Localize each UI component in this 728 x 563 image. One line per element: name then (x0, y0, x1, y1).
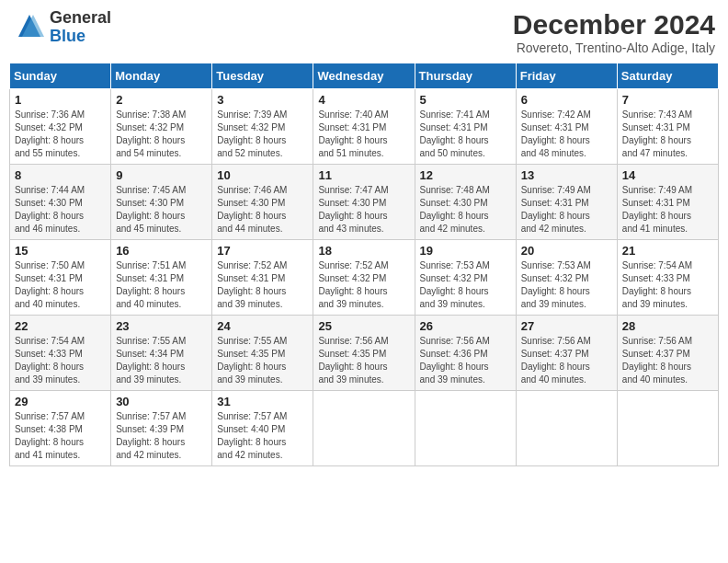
day-number: 23 (116, 319, 207, 333)
day-number: 16 (116, 244, 207, 258)
day-number: 3 (217, 93, 308, 107)
day-cell-3: 3Sunrise: 7:39 AMSunset: 4:32 PMDaylight… (212, 89, 313, 165)
calendar-header: SundayMondayTuesdayWednesdayThursdayFrid… (10, 63, 719, 89)
day-number: 29 (15, 395, 106, 408)
day-cell-11: 11Sunrise: 7:47 AMSunset: 4:30 PMDayligh… (313, 165, 415, 240)
weekday-header-tuesday: Tuesday (212, 63, 313, 89)
day-info: Sunrise: 7:48 AMSunset: 4:30 PMDaylight:… (420, 184, 511, 236)
calendar-week-3: 15Sunrise: 7:50 AMSunset: 4:31 PMDayligh… (10, 240, 719, 316)
day-cell-22: 22Sunrise: 7:54 AMSunset: 4:33 PMDayligh… (10, 316, 111, 391)
day-number: 26 (420, 319, 511, 333)
day-info: Sunrise: 7:53 AMSunset: 4:32 PMDaylight:… (521, 259, 612, 311)
day-number: 28 (622, 319, 713, 333)
page-header: General Blue December 2024 Rovereto, Tre… (9, 9, 719, 55)
day-cell-8: 8Sunrise: 7:44 AMSunset: 4:30 PMDaylight… (10, 165, 111, 240)
calendar-week-4: 22Sunrise: 7:54 AMSunset: 4:33 PMDayligh… (10, 316, 719, 391)
day-info: Sunrise: 7:54 AMSunset: 4:33 PMDaylight:… (622, 259, 713, 311)
day-info: Sunrise: 7:43 AMSunset: 4:31 PMDaylight:… (622, 109, 713, 160)
day-number: 10 (217, 168, 308, 182)
empty-cell (516, 391, 617, 466)
weekday-header-monday: Monday (111, 63, 212, 89)
day-number: 12 (420, 168, 511, 182)
calendar-week-5: 29Sunrise: 7:57 AMSunset: 4:38 PMDayligh… (10, 391, 719, 466)
day-cell-4: 4Sunrise: 7:40 AMSunset: 4:31 PMDaylight… (313, 89, 415, 165)
day-info: Sunrise: 7:44 AMSunset: 4:30 PMDaylight:… (15, 184, 106, 236)
calendar-body: 1Sunrise: 7:36 AMSunset: 4:32 PMDaylight… (10, 89, 719, 466)
day-info: Sunrise: 7:40 AMSunset: 4:31 PMDaylight:… (318, 109, 409, 160)
day-cell-5: 5Sunrise: 7:41 AMSunset: 4:31 PMDaylight… (415, 89, 516, 165)
day-cell-16: 16Sunrise: 7:51 AMSunset: 4:31 PMDayligh… (111, 240, 212, 316)
day-cell-21: 21Sunrise: 7:54 AMSunset: 4:33 PMDayligh… (617, 240, 718, 316)
day-cell-12: 12Sunrise: 7:48 AMSunset: 4:30 PMDayligh… (415, 165, 516, 240)
day-number: 24 (217, 319, 308, 333)
day-number: 5 (420, 93, 511, 107)
day-info: Sunrise: 7:49 AMSunset: 4:31 PMDaylight:… (622, 184, 713, 236)
weekday-header-wednesday: Wednesday (313, 63, 415, 89)
day-info: Sunrise: 7:53 AMSunset: 4:32 PMDaylight:… (420, 259, 511, 311)
day-number: 30 (116, 395, 207, 408)
day-cell-25: 25Sunrise: 7:56 AMSunset: 4:35 PMDayligh… (313, 316, 415, 391)
weekday-header-saturday: Saturday (617, 63, 718, 89)
day-info: Sunrise: 7:56 AMSunset: 4:35 PMDaylight:… (318, 335, 409, 386)
day-number: 4 (318, 93, 409, 107)
day-cell-17: 17Sunrise: 7:52 AMSunset: 4:31 PMDayligh… (212, 240, 313, 316)
day-cell-9: 9Sunrise: 7:45 AMSunset: 4:30 PMDaylight… (111, 165, 212, 240)
day-info: Sunrise: 7:56 AMSunset: 4:36 PMDaylight:… (420, 335, 511, 386)
day-number: 11 (318, 168, 409, 182)
calendar-week-2: 8Sunrise: 7:44 AMSunset: 4:30 PMDaylight… (10, 165, 719, 240)
day-cell-14: 14Sunrise: 7:49 AMSunset: 4:31 PMDayligh… (617, 165, 718, 240)
day-info: Sunrise: 7:38 AMSunset: 4:32 PMDaylight:… (116, 109, 207, 160)
day-number: 1 (15, 93, 106, 107)
day-cell-19: 19Sunrise: 7:53 AMSunset: 4:32 PMDayligh… (415, 240, 516, 316)
day-info: Sunrise: 7:55 AMSunset: 4:34 PMDaylight:… (116, 335, 207, 386)
day-info: Sunrise: 7:56 AMSunset: 4:37 PMDaylight:… (521, 335, 612, 386)
day-info: Sunrise: 7:51 AMSunset: 4:31 PMDaylight:… (116, 259, 207, 311)
day-cell-31: 31Sunrise: 7:57 AMSunset: 4:40 PMDayligh… (212, 391, 313, 466)
day-number: 7 (622, 93, 713, 107)
day-cell-6: 6Sunrise: 7:42 AMSunset: 4:31 PMDaylight… (516, 89, 617, 165)
day-number: 17 (217, 244, 308, 258)
day-cell-18: 18Sunrise: 7:52 AMSunset: 4:32 PMDayligh… (313, 240, 415, 316)
day-info: Sunrise: 7:41 AMSunset: 4:31 PMDaylight:… (420, 109, 511, 160)
day-info: Sunrise: 7:56 AMSunset: 4:37 PMDaylight:… (622, 335, 713, 386)
day-cell-30: 30Sunrise: 7:57 AMSunset: 4:39 PMDayligh… (111, 391, 212, 466)
day-info: Sunrise: 7:46 AMSunset: 4:30 PMDaylight:… (217, 184, 308, 236)
day-number: 15 (15, 244, 106, 258)
day-cell-29: 29Sunrise: 7:57 AMSunset: 4:38 PMDayligh… (10, 391, 111, 466)
day-info: Sunrise: 7:55 AMSunset: 4:35 PMDaylight:… (217, 335, 308, 386)
day-info: Sunrise: 7:57 AMSunset: 4:40 PMDaylight:… (217, 410, 308, 462)
day-number: 13 (521, 168, 612, 182)
day-number: 20 (521, 244, 612, 258)
day-info: Sunrise: 7:57 AMSunset: 4:39 PMDaylight:… (116, 410, 207, 462)
day-cell-28: 28Sunrise: 7:56 AMSunset: 4:37 PMDayligh… (617, 316, 718, 391)
day-number: 8 (15, 168, 106, 182)
day-number: 27 (521, 319, 612, 333)
day-cell-13: 13Sunrise: 7:49 AMSunset: 4:31 PMDayligh… (516, 165, 617, 240)
weekday-header-sunday: Sunday (10, 63, 111, 89)
day-info: Sunrise: 7:42 AMSunset: 4:31 PMDaylight:… (521, 109, 612, 160)
day-number: 14 (622, 168, 713, 182)
day-info: Sunrise: 7:50 AMSunset: 4:31 PMDaylight:… (15, 259, 106, 311)
day-number: 22 (15, 319, 106, 333)
empty-cell (617, 391, 718, 466)
day-number: 2 (116, 93, 207, 107)
day-cell-23: 23Sunrise: 7:55 AMSunset: 4:34 PMDayligh… (111, 316, 212, 391)
day-info: Sunrise: 7:54 AMSunset: 4:33 PMDaylight:… (15, 335, 106, 386)
day-cell-1: 1Sunrise: 7:36 AMSunset: 4:32 PMDaylight… (10, 89, 111, 165)
day-number: 6 (521, 93, 612, 107)
day-info: Sunrise: 7:52 AMSunset: 4:31 PMDaylight:… (217, 259, 308, 311)
day-number: 18 (318, 244, 409, 258)
day-info: Sunrise: 7:52 AMSunset: 4:32 PMDaylight:… (318, 259, 409, 311)
day-info: Sunrise: 7:57 AMSunset: 4:38 PMDaylight:… (15, 410, 106, 462)
day-number: 21 (622, 244, 713, 258)
weekday-header-friday: Friday (516, 63, 617, 89)
title-section: December 2024 Rovereto, Trentino-Alto Ad… (513, 9, 715, 55)
day-number: 19 (420, 244, 511, 258)
day-info: Sunrise: 7:47 AMSunset: 4:30 PMDaylight:… (318, 184, 409, 236)
day-number: 25 (318, 319, 409, 333)
month-title: December 2024 (513, 9, 715, 40)
day-number: 9 (116, 168, 207, 182)
weekday-header-thursday: Thursday (415, 63, 516, 89)
logo-blue: Blue (50, 28, 111, 46)
weekday-row: SundayMondayTuesdayWednesdayThursdayFrid… (10, 63, 719, 89)
